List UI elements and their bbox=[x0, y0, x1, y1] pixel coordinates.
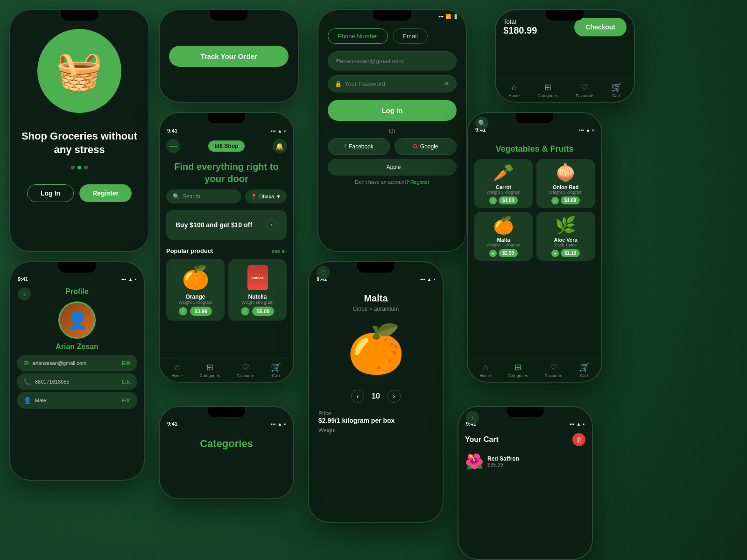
nutella-price: $5.00 bbox=[252, 307, 275, 316]
track-order-button[interactable]: Track Your Order bbox=[169, 46, 289, 67]
onion-icon: 🧅 bbox=[555, 163, 576, 182]
battery-icon: ▪ bbox=[284, 421, 286, 427]
cart-icon: 🛒 bbox=[271, 362, 281, 372]
quantity-value: 10 bbox=[372, 392, 380, 400]
add-orange-button[interactable]: + bbox=[179, 307, 187, 315]
nav-favourite[interactable]: ♡ Favourite bbox=[576, 82, 593, 98]
email-field[interactable]: ✉ bbox=[328, 51, 457, 70]
orange-icon: 🍊 bbox=[182, 265, 210, 291]
add-carrot-button[interactable]: + bbox=[489, 197, 497, 204]
email-row: ✉ arianzesan@gmail.com Edit bbox=[17, 355, 137, 371]
email-value: arianzesan@gmail.com bbox=[33, 360, 86, 366]
notification-button[interactable]: 🔔 bbox=[273, 139, 287, 153]
avatar-image: 👤 bbox=[67, 310, 88, 330]
quantity-decrease-button[interactable]: ‹ bbox=[351, 390, 364, 403]
register-button[interactable]: Register bbox=[79, 184, 132, 202]
email-edit-button[interactable]: Edit bbox=[122, 360, 131, 366]
nav-cart-label: Cart bbox=[612, 93, 620, 98]
email-icon: ✉ bbox=[23, 359, 29, 367]
login-button[interactable]: Log In bbox=[328, 100, 457, 121]
onion-price: $1.88 bbox=[561, 196, 580, 204]
notch bbox=[61, 10, 98, 21]
product-card-orange[interactable]: 🍊 Orange Weight 1 kilogram + $3.99 bbox=[166, 259, 225, 321]
location-button[interactable]: 📍 Dhaka ▼ bbox=[245, 189, 287, 203]
gender-edit-button[interactable]: Edit bbox=[122, 398, 131, 403]
add-malta-button[interactable]: + bbox=[489, 250, 497, 257]
add-aloevera-button[interactable]: + bbox=[551, 250, 559, 257]
register-link[interactable]: Register bbox=[410, 179, 430, 185]
home-tagline: Find everything right to your door bbox=[160, 157, 293, 187]
quantity-increase-button[interactable]: › bbox=[388, 390, 401, 403]
battery-icon: ▪ bbox=[284, 128, 286, 133]
phone-vegetables: 9:41 ▪▪▪ ▲ ▪ ‹ 🔍 Vegetables & Fruits 🥕 C… bbox=[467, 112, 602, 383]
nav-cart[interactable]: 🛒 Cart bbox=[579, 362, 589, 378]
bottom-nav: ⌂ Home ⊞ Categories ♡ Favourite 🛒 Cart bbox=[468, 358, 601, 382]
product-weight-orange: Weight 1 kilogram bbox=[179, 300, 212, 305]
product-card-malta[interactable]: 🍊 Malta Weight 1 kilogram + $2.99 bbox=[474, 212, 533, 261]
nav-favourite[interactable]: ♡ Favourite bbox=[545, 362, 563, 378]
google-button[interactable]: G Google bbox=[395, 138, 457, 155]
password-field[interactable]: 🔒 👁 bbox=[328, 75, 457, 92]
nav-favourite[interactable]: ♡ Favourite bbox=[237, 362, 254, 378]
battery-icon: ▪ bbox=[583, 421, 585, 427]
login-button[interactable]: Log In bbox=[27, 184, 74, 202]
add-onion-button[interactable]: + bbox=[551, 197, 559, 204]
phone-edit-button[interactable]: Edit bbox=[122, 379, 131, 385]
back-button[interactable]: ‹ bbox=[466, 411, 479, 424]
product-subtitle: Citrus × aurantium bbox=[309, 306, 443, 312]
location-icon: 📍 bbox=[251, 194, 257, 200]
phone-tab[interactable]: Phone Number bbox=[328, 28, 388, 44]
menu-button[interactable]: — bbox=[166, 139, 180, 153]
lock-icon: 🔒 bbox=[335, 81, 342, 87]
nav-categories[interactable]: ⊞ Categories bbox=[200, 362, 220, 378]
time: 9:41 bbox=[167, 421, 177, 427]
categories-icon: ⊞ bbox=[206, 362, 213, 372]
notch bbox=[374, 10, 411, 21]
time: 9:41 bbox=[18, 276, 28, 282]
product-card-nutella[interactable]: nutella Nutella Weight 500 gram + $5.00 bbox=[228, 259, 287, 321]
nav-categories[interactable]: ⊞ Categories bbox=[508, 362, 529, 378]
nav-home[interactable]: ⌂ Home bbox=[480, 363, 491, 378]
checkout-button[interactable]: Checkout bbox=[574, 18, 627, 36]
promo-arrow-button[interactable]: › bbox=[266, 219, 277, 231]
back-button[interactable]: ‹ bbox=[18, 287, 31, 301]
logo-circle: 🧺 bbox=[37, 29, 121, 113]
product-card-carrot[interactable]: 🥕 Carrot Weight 1 kilogram + $1.00 bbox=[474, 159, 533, 208]
facebook-button[interactable]: f Facebook bbox=[328, 138, 390, 155]
nav-cart-label: Cart bbox=[272, 373, 280, 378]
register-link-row: Don't have an account? Register bbox=[328, 179, 457, 185]
status-bar: 9:41 ▪▪▪ ▲ ▪ bbox=[10, 273, 144, 284]
product-card-onion[interactable]: 🧅 Onion Red Weight 1 kilogram + $1.88 bbox=[536, 159, 595, 208]
product-card-aloevera[interactable]: 🌿 Aloe Vera Each 1 pice + $1.10 bbox=[536, 212, 595, 261]
battery-icon: ▪ bbox=[433, 277, 435, 282]
nav-favourite-label: Favourite bbox=[545, 373, 563, 378]
home-icon: ⌂ bbox=[175, 363, 180, 372]
password-input[interactable] bbox=[345, 80, 444, 87]
add-nutella-button[interactable]: + bbox=[241, 307, 249, 315]
search-button[interactable]: 🔍 bbox=[475, 117, 488, 130]
nav-cart[interactable]: 🛒 Cart bbox=[271, 362, 281, 378]
bottom-nav: ⌂ Home ⊞ Categories ♡ Favourite 🛒 Cart bbox=[496, 78, 634, 102]
apple-button[interactable]: Apple bbox=[328, 159, 457, 175]
signal-icon: ▪▪▪ bbox=[121, 277, 127, 282]
signal-icon: ▪▪▪ bbox=[579, 127, 584, 133]
favourite-button[interactable]: ♡ bbox=[317, 266, 330, 279]
email-input[interactable] bbox=[340, 57, 449, 64]
nav-categories-label: Categories bbox=[200, 373, 220, 378]
signal-icon: ▪▪▪ bbox=[271, 128, 276, 133]
nav-home[interactable]: ⌂ Home bbox=[172, 363, 183, 378]
nav-categories[interactable]: ⊞ Categories bbox=[537, 82, 558, 98]
nav-favourite-label: Favourite bbox=[576, 93, 593, 98]
email-tab[interactable]: Email bbox=[393, 28, 428, 44]
heart-icon: ♡ bbox=[581, 82, 588, 92]
gender-row: 👤 Male Edit bbox=[17, 392, 137, 409]
home-icon: ⌂ bbox=[483, 363, 488, 372]
nav-cart[interactable]: 🛒 Cart bbox=[611, 82, 621, 98]
wifi-icon: ▲ bbox=[586, 127, 591, 133]
delete-cart-button[interactable]: 🗑 bbox=[572, 433, 585, 446]
see-all-button[interactable]: see all bbox=[272, 248, 287, 254]
aloevera-name: Aloe Vera bbox=[554, 237, 577, 243]
nav-home[interactable]: ⌂ Home bbox=[508, 83, 520, 98]
eye-icon[interactable]: 👁 bbox=[444, 81, 450, 87]
search-bar[interactable]: 🔍 Search bbox=[166, 189, 241, 203]
